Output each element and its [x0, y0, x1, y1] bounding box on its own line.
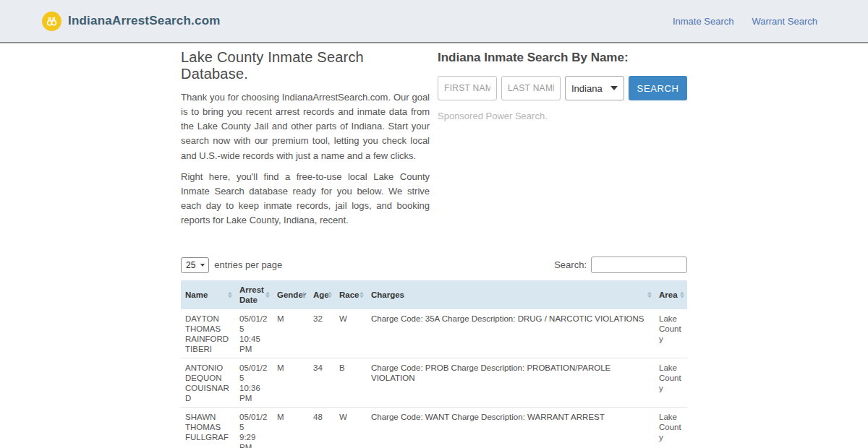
- top-nav: Inmate Search Warrant Search: [673, 16, 817, 27]
- inmate-table-header: Name Arrest Date Gender Age Race Charges…: [181, 280, 687, 309]
- brand-title: IndianaArrestSearch.com: [68, 14, 221, 28]
- charges-cell: Charge Code: 35A Charge Description: DRU…: [367, 309, 655, 358]
- column-header[interactable]: Charges: [367, 280, 655, 309]
- search-button[interactable]: SEARCH: [629, 76, 687, 100]
- column-header[interactable]: Race: [335, 280, 367, 309]
- state-select[interactable]: Indiana: [565, 76, 624, 100]
- charges-cell: Charge Code: PROB Charge Description: PR…: [367, 358, 655, 408]
- sort-arrows-icon[interactable]: [647, 292, 652, 298]
- intro-paragraph-1: Thank you for choosing IndianaArrestSear…: [181, 90, 430, 163]
- intro-paragraph-2: Right here, you'll find a free-to-use lo…: [181, 170, 430, 228]
- race-cell: W: [335, 309, 367, 358]
- sort-arrows-icon[interactable]: [328, 292, 332, 298]
- age-cell: 32: [309, 309, 335, 358]
- last-name-input[interactable]: [501, 76, 561, 100]
- sort-arrows-icon[interactable]: [359, 292, 364, 298]
- table-controls: 25 entries per page Search:: [181, 257, 687, 273]
- nav-warrant-search-link[interactable]: Warrant Search: [752, 16, 817, 27]
- column-header[interactable]: Area: [655, 280, 687, 309]
- inmate-table: Name Arrest Date Gender Age Race Charges…: [181, 280, 687, 448]
- table-row[interactable]: SHAWN THOMAS FULLGRAF 05/01/259:29 PM M …: [181, 408, 687, 448]
- nav-inmate-search-link[interactable]: Inmate Search: [673, 16, 734, 27]
- page-size-value: 25: [186, 260, 195, 270]
- table-search-input[interactable]: [591, 257, 687, 273]
- sponsored-note: Sponsored Power Search.: [438, 111, 687, 121]
- arrest-date-cell: 05/01/2510:36 PM: [235, 358, 273, 408]
- name-search-form: Indiana SEARCH: [438, 76, 687, 100]
- sort-arrows-icon[interactable]: [680, 292, 684, 298]
- column-header[interactable]: Arrest Date: [235, 280, 273, 309]
- area-cell: Lake County: [655, 408, 687, 448]
- inmate-table-body: DAYTON THOMAS RAINFORD TIBERI 05/01/2510…: [181, 309, 687, 448]
- gender-cell: M: [273, 408, 309, 448]
- chevron-down-icon: [200, 264, 205, 267]
- gender-cell: M: [273, 309, 309, 358]
- brand[interactable]: IndianaArrestSearch.com: [42, 12, 221, 31]
- area-cell: Lake County: [655, 309, 687, 358]
- chevron-down-icon: [610, 86, 618, 90]
- race-cell: W: [335, 408, 367, 448]
- main-content: Lake County Inmate Search Database. Than…: [181, 49, 687, 448]
- page-size-select[interactable]: 25: [181, 257, 209, 273]
- sort-arrows-icon[interactable]: [228, 292, 232, 298]
- arrest-date-cell: 05/01/2510:45 PM: [235, 309, 273, 358]
- age-cell: 34: [309, 358, 335, 408]
- site-header: IndianaArrestSearch.com Inmate Search Wa…: [0, 0, 868, 43]
- column-header[interactable]: Age: [309, 280, 335, 309]
- sort-arrows-icon[interactable]: [265, 292, 270, 298]
- name-search-title: Indiana Inmate Search By Name:: [438, 51, 687, 65]
- entries-per-page-label: entries per page: [214, 259, 282, 270]
- state-select-value: Indiana: [571, 83, 603, 94]
- column-header[interactable]: Gender: [273, 280, 309, 309]
- name-cell: DAYTON THOMAS RAINFORD TIBERI: [181, 309, 235, 358]
- table-search-label: Search:: [554, 259, 587, 270]
- arrest-date-cell: 05/01/259:29 PM: [235, 408, 273, 448]
- page-title: Lake County Inmate Search Database.: [181, 49, 430, 82]
- name-search-section: Indiana Inmate Search By Name: Indiana S…: [438, 49, 687, 234]
- gender-cell: M: [273, 358, 309, 408]
- race-cell: B: [335, 358, 367, 408]
- table-row[interactable]: ANTONIO DEQUON COUISNARD 05/01/2510:36 P…: [181, 358, 687, 408]
- column-header[interactable]: Name: [181, 280, 235, 309]
- charges-cell: Charge Code: WANT Charge Description: WA…: [367, 408, 655, 448]
- sort-arrows-icon[interactable]: [302, 292, 306, 298]
- first-name-input[interactable]: [438, 76, 497, 100]
- handcuffs-logo-icon: [42, 12, 61, 31]
- age-cell: 48: [309, 408, 335, 448]
- name-cell: SHAWN THOMAS FULLGRAF: [181, 408, 235, 448]
- table-row[interactable]: DAYTON THOMAS RAINFORD TIBERI 05/01/2510…: [181, 309, 687, 358]
- name-cell: ANTONIO DEQUON COUISNARD: [181, 358, 235, 408]
- intro-section: Lake County Inmate Search Database. Than…: [181, 49, 430, 234]
- area-cell: Lake County: [655, 358, 687, 408]
